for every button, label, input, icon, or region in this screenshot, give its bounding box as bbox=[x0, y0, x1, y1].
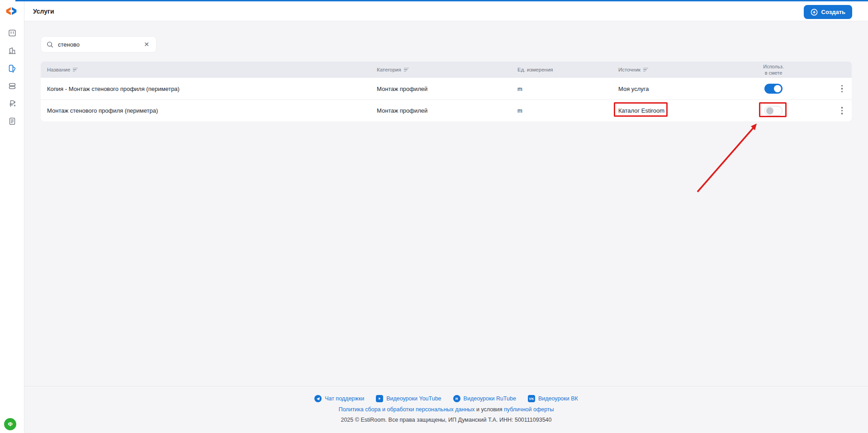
building-icon bbox=[8, 46, 17, 55]
service-unit: m bbox=[517, 107, 618, 114]
swatches-catalog-icon bbox=[8, 64, 17, 73]
sort-icon[interactable] bbox=[643, 68, 648, 72]
service-unit: m bbox=[517, 86, 618, 92]
service-category: Монтаж профилей bbox=[377, 86, 517, 92]
estiroom-logo-icon[interactable] bbox=[5, 5, 18, 17]
column-header-source[interactable]: Источник bbox=[618, 67, 737, 72]
sidebar-item-catalog[interactable] bbox=[5, 63, 20, 73]
sidebar-item-company[interactable] bbox=[5, 46, 20, 56]
vk-icon: VK bbox=[528, 395, 535, 402]
row-menu-icon[interactable] bbox=[840, 105, 845, 116]
ruble-rates-icon bbox=[8, 99, 17, 108]
main-content: ✕ Название Категория Ед. измерения Источ… bbox=[24, 21, 868, 433]
search-box: ✕ bbox=[41, 36, 157, 52]
service-source: Каталог Estiroom bbox=[618, 107, 737, 114]
pills-stack-icon bbox=[8, 81, 17, 90]
sidebar-item-materials[interactable] bbox=[5, 81, 20, 91]
search-input[interactable] bbox=[58, 41, 142, 48]
public-offer-link[interactable]: публичной оферты bbox=[504, 406, 554, 413]
page-footer: Чат поддержки Видеоуроки YouTube R Видео… bbox=[24, 386, 868, 423]
rutube-link[interactable]: R Видеоуроки RuTube bbox=[453, 395, 516, 402]
search-icon bbox=[47, 41, 53, 48]
table-row: Копия - Монтаж стенового профиля (периме… bbox=[41, 78, 852, 100]
vk-link[interactable]: VK Видеоуроки ВК bbox=[528, 395, 578, 402]
create-button[interactable]: Создать bbox=[804, 5, 852, 19]
plus-circle-icon bbox=[811, 9, 818, 16]
create-button-label: Создать bbox=[821, 9, 845, 15]
page-title: Услуги bbox=[33, 8, 54, 15]
row-menu-icon[interactable] bbox=[840, 83, 845, 95]
column-header-unit: Ед. измерения bbox=[517, 67, 618, 72]
sort-icon[interactable] bbox=[73, 68, 78, 72]
services-table: Название Категория Ед. измерения Источни… bbox=[41, 62, 852, 121]
service-category: Монтаж профилей bbox=[377, 107, 517, 114]
sidebar-item-prices[interactable] bbox=[5, 99, 20, 109]
support-fab[interactable]: Ф bbox=[4, 418, 16, 430]
rutube-icon: R bbox=[453, 395, 460, 402]
column-header-name[interactable]: Название bbox=[41, 67, 377, 72]
youtube-icon bbox=[376, 395, 383, 402]
youtube-link[interactable]: Видеоуроки YouTube bbox=[376, 395, 441, 402]
clear-search-icon[interactable]: ✕ bbox=[142, 40, 151, 48]
document-icon bbox=[8, 117, 17, 126]
column-header-use-in-estimate: Использ. в смете bbox=[737, 63, 810, 76]
service-name: Монтаж стенового профиля (периметра) bbox=[41, 107, 377, 114]
sort-icon[interactable] bbox=[404, 68, 409, 72]
telegram-icon bbox=[314, 395, 322, 402]
progress-strip bbox=[15, 0, 868, 1]
table-header-row: Название Категория Ед. измерения Источни… bbox=[41, 62, 852, 78]
sidebar-nav bbox=[0, 28, 24, 126]
table-row: Монтаж стенового профиля (периметра) Мон… bbox=[41, 100, 852, 121]
footer-copyright: 2025 © EstiRoom. Все права защищены, ИП … bbox=[341, 417, 551, 423]
page-header: Услуги Создать bbox=[24, 1, 868, 21]
use-in-estimate-toggle[interactable] bbox=[764, 106, 783, 116]
use-in-estimate-toggle[interactable] bbox=[764, 84, 783, 94]
sidebar bbox=[0, 0, 24, 433]
service-source: Моя услуга bbox=[618, 86, 737, 92]
support-chat-link[interactable]: Чат поддержки bbox=[314, 395, 364, 402]
sidebar-item-reports[interactable] bbox=[5, 116, 20, 126]
kanban-board-icon bbox=[8, 29, 17, 38]
footer-policy: Политика сбора и обработки персональных … bbox=[338, 406, 554, 413]
app-page: Ф Услуги Создать ✕ Название bbox=[0, 0, 868, 433]
sidebar-item-projects[interactable] bbox=[5, 28, 20, 38]
column-header-category[interactable]: Категория bbox=[377, 67, 517, 72]
privacy-policy-link[interactable]: Политика сбора и обработки персональных … bbox=[338, 406, 474, 413]
service-name: Копия - Монтаж стенового профиля (периме… bbox=[41, 86, 377, 92]
footer-links: Чат поддержки Видеоуроки YouTube R Видео… bbox=[314, 395, 578, 402]
